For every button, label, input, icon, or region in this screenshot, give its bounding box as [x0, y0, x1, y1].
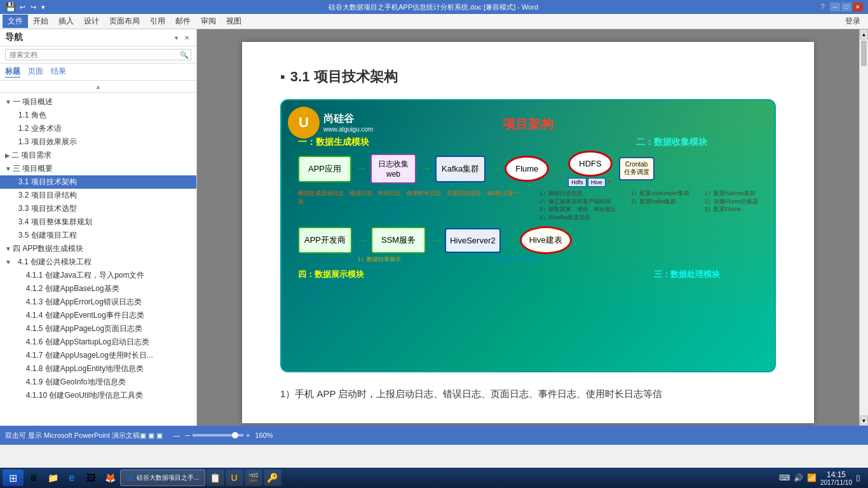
tree-item-1-3[interactable]: 1.3 项目效果展示: [0, 135, 196, 149]
nav-tab-results[interactable]: 结果: [51, 66, 66, 78]
hdfs-tab-plus: +: [607, 178, 611, 187]
section2-label: 二：数据收集模块: [636, 137, 707, 148]
menu-design[interactable]: 设计: [79, 15, 104, 28]
system-tray: ⌨ 🔊 📶 14:15 2017/11/10 ▯: [774, 470, 865, 486]
menu-references[interactable]: 引用: [145, 15, 170, 28]
tree-item-4-1-2[interactable]: 4.1.2 创建AppBaseLog基类: [0, 282, 196, 295]
maximize-button[interactable]: □: [841, 3, 851, 11]
notes-6: 核心指标查询操作: [496, 255, 547, 264]
minimize-button[interactable]: ─: [830, 3, 840, 11]
status-text: 双击可 显示 Microsoft PowerPoint 演示文稿: [5, 431, 140, 440]
tree-item-4-1-10[interactable]: 4.1.10 创建GeoUtil地理信息工具类: [0, 389, 196, 402]
zoom-control[interactable]: ─ + 160%: [185, 431, 273, 439]
tree-item-4-1-4[interactable]: 4.1.4 创建AppEventLog事件日志类: [0, 309, 196, 322]
tree-item-4-1-3[interactable]: 4.1.3 创建AppErrorLog错误日志类: [0, 295, 196, 309]
scroll-track[interactable]: [860, 39, 868, 416]
nav-pin-button[interactable]: ▾: [173, 34, 180, 42]
window-controls[interactable]: ? ─ □ ✕: [820, 3, 863, 11]
tree-item-4-1-1[interactable]: 4.1.1 创建Java工程，导入pom文件: [0, 269, 196, 282]
taskbar-icon-firefox[interactable]: 🦊: [101, 470, 119, 486]
tray-date: 2017/11/10: [820, 479, 852, 486]
tray-show-desktop[interactable]: ▯: [856, 473, 860, 482]
word-app-label: 硅谷大数据项目之手...: [137, 473, 199, 482]
tree-item-3-4[interactable]: 3.4 项目整体集群规划: [0, 215, 196, 229]
tree-item-2[interactable]: ▶二 项目需求: [0, 149, 196, 162]
zoom-thumb: [232, 432, 238, 438]
tree-item-1-1[interactable]: 1.1 角色: [0, 109, 196, 122]
tree-item-3-5[interactable]: 3.5 创建项目工程: [0, 229, 196, 242]
tree-item-1-2[interactable]: 1.2 业务术语: [0, 122, 196, 135]
taskbar: ⊞ 🖥 📁 e 🖼 🦊 W 硅谷大数据项目之手... 📋 U 🎬 🔑 ⌨ 🔊 📶…: [0, 468, 868, 488]
tray-clock[interactable]: 14:15 2017/11/10: [820, 470, 852, 486]
status-bar: 双击可 显示 Microsoft PowerPoint 演示文稿 ▣ ▣ ▣ —…: [0, 426, 868, 445]
nav-scroll-up[interactable]: ▲: [95, 83, 102, 90]
search-input[interactable]: [5, 49, 191, 60]
help-icon[interactable]: ?: [820, 3, 825, 11]
tree-item-3-3[interactable]: 3.3 项目技术选型: [0, 202, 196, 215]
hdfs-tab-hive: Hive: [588, 178, 606, 187]
architecture-diagram: U 尚硅谷 www.atguigu.com 项目架构 一：数据生成模块 二：数据…: [280, 99, 776, 372]
taskbar-icon-atguigu[interactable]: U: [226, 470, 243, 486]
box-hdfs: HDFS: [568, 151, 612, 177]
tree-item-4-1[interactable]: ▼4.1 创建公共模块工程: [0, 255, 196, 269]
tray-keyboard-icon[interactable]: ⌨: [779, 473, 790, 482]
right-scrollbar[interactable]: ▲ ▼: [859, 29, 868, 426]
taskbar-app-word[interactable]: W 硅谷大数据项目之手...: [120, 470, 205, 486]
zoom-plus[interactable]: +: [246, 431, 250, 439]
menu-mailings[interactable]: 邮件: [170, 15, 196, 28]
section-title-text: 3.1 项目技术架构: [290, 67, 398, 86]
nav-close-button[interactable]: ✕: [182, 34, 191, 42]
taskbar-icon-photo[interactable]: 🖼: [82, 470, 100, 486]
taskbar-icon-clipboard[interactable]: 📋: [207, 470, 224, 486]
taskbar-icon-media[interactable]: 🎬: [245, 470, 262, 486]
scroll-up-button[interactable]: ▲: [860, 29, 868, 39]
main-layout: 导航 ▾ ✕ 🔍 标题 页面 结果 ▲ ▼一 项目概述 1.1 角色 1.2 业…: [0, 29, 868, 426]
taskbar-icon-key[interactable]: 🔑: [264, 470, 281, 486]
tree-item-1[interactable]: ▼一 项目概述: [0, 95, 196, 109]
nav-tree: ▼一 项目概述 1.1 角色 1.2 业务术语 1.3 项目效果展示 ▶二 项目…: [0, 93, 196, 426]
menu-bar: 文件 开始 插入 设计 页面布局 引用 邮件 审阅 视图 登录: [0, 14, 868, 29]
zoom-slider[interactable]: [193, 434, 243, 437]
box-hiveserver: HiveServer2: [445, 228, 501, 253]
navigation-panel: 导航 ▾ ✕ 🔍 标题 页面 结果 ▲ ▼一 项目概述 1.1 角色 1.2 业…: [0, 29, 197, 426]
tree-item-4-1-5[interactable]: 4.1.5 创建AppPageLog页面日志类: [0, 322, 196, 336]
menu-layout[interactable]: 页面布局: [104, 15, 145, 28]
menu-insert[interactable]: 插入: [53, 15, 79, 28]
scroll-down-button[interactable]: ▼: [860, 416, 868, 426]
start-button[interactable]: ⊞: [3, 470, 24, 486]
arrow-2: →: [420, 162, 431, 175]
tree-item-4-1-9[interactable]: 4.1.9 创建GeoInfo地理信息类: [0, 376, 196, 389]
tree-item-3-1[interactable]: 3.1 项目技术架构: [0, 175, 196, 189]
nav-tab-pages[interactable]: 页面: [28, 66, 43, 78]
logo-url: www.atguigu.com: [323, 126, 373, 133]
zoom-minus[interactable]: ─: [185, 431, 190, 439]
tree-item-4[interactable]: ▼四 APP数据生成模块: [0, 242, 196, 255]
menu-file[interactable]: 文件: [3, 15, 28, 28]
section3-label: 三：数据处理模块: [654, 269, 720, 280]
tray-speaker-icon[interactable]: 🔊: [794, 473, 803, 482]
tray-time: 14:15: [820, 470, 852, 479]
tree-item-3[interactable]: ▼三 项目概要: [0, 162, 196, 175]
box-crontab: Crontab任务调度: [619, 157, 654, 180]
tree-item-4-1-6[interactable]: 4.1.6 创建AppStartupLog启动日志类: [0, 336, 196, 349]
section-title: 3.1 项目技术架构: [280, 67, 776, 86]
logo-company: 尚硅谷: [323, 112, 373, 126]
nav-tab-headings[interactable]: 标题: [5, 66, 20, 78]
taskbar-icon-explorer[interactable]: 🖥: [25, 470, 43, 486]
menu-view[interactable]: 视图: [221, 15, 247, 28]
close-button[interactable]: ✕: [853, 3, 863, 11]
taskbar-icon-ie[interactable]: e: [63, 470, 81, 486]
quick-access: 💾 ↩ ↪ ▾: [5, 2, 46, 12]
status-right: ▣ ▣ ▣ — ─ + 160%: [140, 431, 273, 440]
scroll-thumb[interactable]: [861, 41, 867, 66]
menu-home[interactable]: 开始: [28, 15, 53, 28]
document-page: 3.1 项目技术架构 U 尚硅谷 www.atguigu.com 项目架构: [242, 42, 814, 423]
tree-item-3-2[interactable]: 3.2 项目目录结构: [0, 189, 196, 202]
login-button[interactable]: 登录: [840, 15, 865, 28]
tray-network-icon[interactable]: 📶: [807, 473, 817, 482]
menu-review[interactable]: 审阅: [196, 15, 221, 28]
tree-item-4-1-7[interactable]: 4.1.7 创建AppUsageLog使用时长日...: [0, 349, 196, 362]
tree-item-4-1-8[interactable]: 4.1.8 创建AppLogEntity地理信息类: [0, 362, 196, 376]
document-area[interactable]: 3.1 项目技术架构 U 尚硅谷 www.atguigu.com 项目架构: [197, 29, 859, 426]
taskbar-icon-folder[interactable]: 📁: [44, 470, 62, 486]
